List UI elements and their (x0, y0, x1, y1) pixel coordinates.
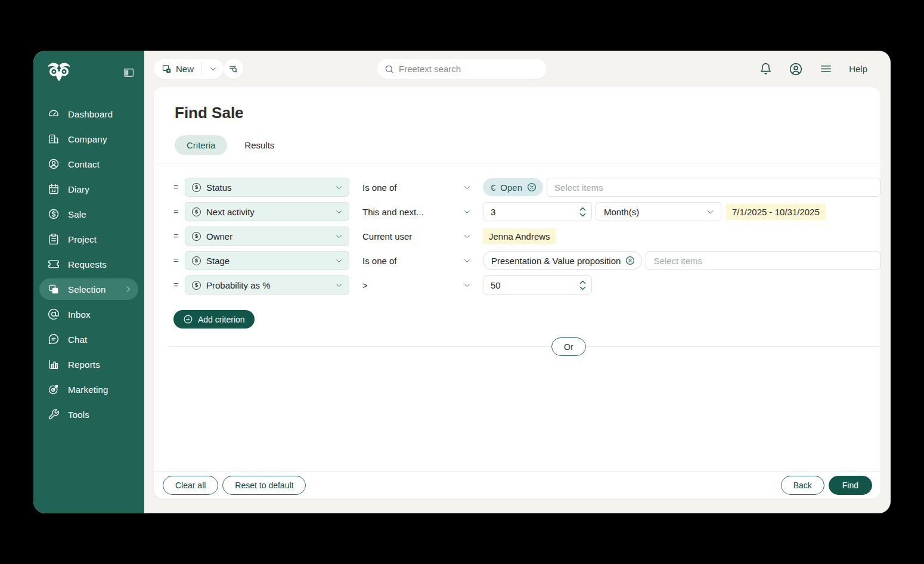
search-icon (385, 64, 394, 74)
chevron-up-icon[interactable] (579, 207, 586, 211)
search-input[interactable] (399, 64, 539, 74)
new-button-label: New (176, 64, 194, 74)
ticket-icon (48, 258, 60, 270)
field-select-status[interactable]: $ Status (185, 178, 349, 197)
user-menu-button[interactable] (789, 62, 803, 76)
gauge-icon (48, 108, 60, 120)
stepper-arrows[interactable] (579, 207, 586, 217)
field-select-probability[interactable]: $ Probability as % (185, 275, 349, 295)
sidebar-item-dashboard[interactable]: Dashboard (39, 103, 138, 125)
sidebar-item-label: Inbox (68, 309, 91, 320)
chevron-down-icon (463, 281, 471, 289)
back-button[interactable]: Back (781, 476, 824, 495)
chevron-down-icon (209, 65, 217, 73)
menu-button[interactable] (819, 62, 833, 76)
operator-select-probability[interactable]: > (362, 280, 471, 290)
find-sale-card: Find Sale Criteria Results = $ Status Is… (154, 87, 880, 498)
sidebar-item-label: Contact (68, 159, 100, 169)
operator-label: Is one of (362, 182, 463, 193)
equals-operator: = (173, 207, 185, 216)
new-button-dropdown[interactable] (202, 59, 224, 79)
card-footer: Clear all Reset to default Back Find (154, 471, 880, 498)
sidebar-item-label: Reports (68, 360, 100, 370)
sale-object-icon: $ (192, 232, 201, 241)
sidebar-item-selection[interactable]: Selection (39, 278, 138, 300)
reset-to-default-button[interactable]: Reset to default (222, 476, 306, 495)
sidebar-item-contact[interactable]: Contact (39, 153, 138, 175)
chip-stage[interactable]: Presentation & Value proposition (483, 251, 642, 270)
operator-select-next-activity[interactable]: This and next... (362, 207, 471, 217)
sale-object-icon: $ (192, 183, 201, 192)
topbar-right: Help (759, 51, 867, 87)
sidebar-item-diary[interactable]: 12 Diary (39, 178, 138, 200)
field-select-stage[interactable]: $ Stage (185, 251, 349, 270)
new-button[interactable]: New (154, 59, 224, 79)
criterion-row-next-activity: = $ Next activity This and next... (173, 202, 880, 221)
current-user-preview: Jenna Andrews (483, 228, 556, 244)
chip-label: Open (500, 182, 522, 193)
sidebar-item-project[interactable]: Project (39, 228, 138, 250)
sidebar-item-inbox[interactable]: Inbox (39, 303, 138, 325)
sidebar-item-label: Dashboard (68, 109, 113, 119)
number-stepper-months (483, 202, 592, 221)
notifications-button[interactable] (759, 62, 773, 76)
sidebar-item-requests[interactable]: Requests (39, 253, 138, 275)
chevron-down-icon[interactable] (579, 213, 586, 217)
sidebar-item-label: Project (68, 234, 97, 244)
bell-icon (759, 62, 773, 76)
sidebar-item-marketing[interactable]: Marketing (39, 379, 138, 400)
add-criterion-button[interactable]: Add criterion (173, 310, 255, 329)
new-button-main[interactable]: New (154, 59, 201, 79)
freetext-search (377, 59, 547, 79)
chevron-up-icon[interactable] (579, 280, 586, 284)
find-button[interactable]: Find (829, 476, 872, 495)
select-items-input[interactable] (547, 178, 880, 197)
filter-search-icon (228, 64, 238, 74)
tabs: Criteria Results (154, 135, 880, 155)
stepper-arrows[interactable] (579, 280, 586, 290)
criterion-row-stage: = $ Stage Is one of Presentation & Value… (173, 251, 880, 270)
chevron-down-icon[interactable] (579, 286, 586, 290)
chevron-down-icon (335, 257, 343, 265)
clipboard-icon (48, 233, 60, 245)
sidebar-item-label: Company (68, 134, 107, 144)
number-input[interactable] (485, 280, 544, 290)
operator-label: > (362, 280, 463, 290)
remove-chip-icon[interactable] (625, 256, 635, 265)
building-icon (48, 133, 60, 145)
tab-results[interactable]: Results (243, 135, 275, 155)
remove-chip-icon[interactable] (527, 182, 537, 192)
sidebar-item-reports[interactable]: Reports (39, 354, 138, 375)
number-input[interactable] (485, 207, 544, 217)
sidebar-item-tools[interactable]: Tools (39, 404, 138, 425)
saved-search-button[interactable] (224, 59, 243, 79)
sidebar-nav: Dashboard Company Contact 12 Diary Sale … (33, 103, 144, 429)
operator-select-owner[interactable]: Current user (362, 231, 471, 241)
user-icon (789, 62, 803, 76)
field-label: Probability as % (206, 280, 330, 290)
chip-open[interactable]: € Open (483, 178, 543, 196)
chip-label: Presentation & Value proposition (491, 256, 621, 266)
select-items-input[interactable] (646, 251, 880, 270)
or-button[interactable]: Or (551, 337, 586, 356)
chevron-down-icon (463, 233, 471, 240)
clear-all-button[interactable]: Clear all (163, 476, 218, 495)
tab-criteria[interactable]: Criteria (175, 135, 227, 155)
dollar-circle-icon (48, 208, 60, 220)
topbar: New (144, 51, 891, 87)
help-link[interactable]: Help (849, 64, 867, 74)
operator-select-status[interactable]: Is one of (362, 182, 471, 193)
operator-select-stage[interactable]: Is one of (362, 256, 471, 266)
unit-select[interactable]: Month(s) (596, 202, 721, 221)
equals-operator: = (173, 256, 185, 265)
equals-operator: = (173, 231, 185, 241)
value-area: Jenna Andrews (483, 228, 880, 244)
sidebar-item-sale[interactable]: Sale (39, 203, 138, 225)
sidebar-item-company[interactable]: Company (39, 128, 138, 150)
contact-icon (48, 158, 60, 170)
sidebar-collapse-icon[interactable] (123, 67, 135, 79)
field-select-next-activity[interactable]: $ Next activity (185, 202, 349, 221)
calendar-icon: 12 (48, 183, 60, 195)
sidebar-item-chat[interactable]: Chat (39, 329, 138, 350)
field-select-owner[interactable]: $ Owner (185, 227, 349, 246)
